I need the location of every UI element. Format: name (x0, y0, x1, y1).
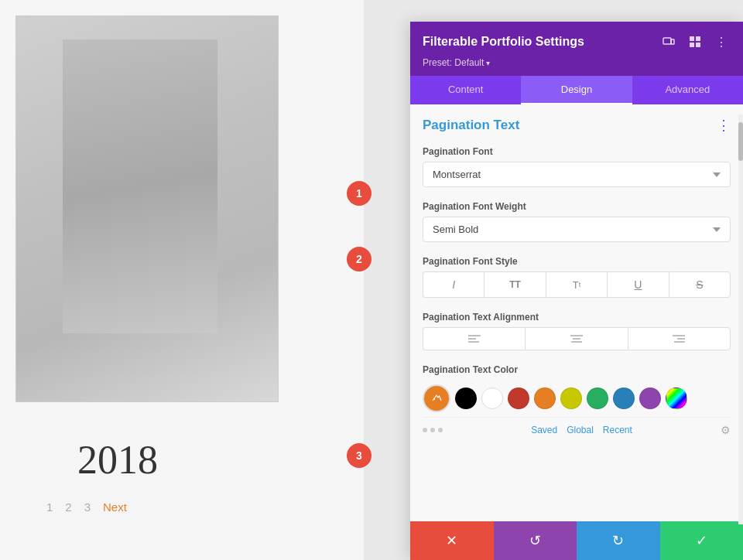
tab-design[interactable]: Design (521, 76, 632, 104)
svg-rect-5 (696, 43, 700, 47)
grid-icon[interactable] (686, 32, 704, 51)
color-tabs-row: Saved Global Recent ⚙ (423, 417, 731, 439)
redo-button[interactable]: ↻ (577, 521, 660, 560)
reset-button[interactable]: ↺ (494, 521, 577, 560)
color-dot-1 (423, 428, 427, 432)
color-dot-2 (430, 428, 435, 432)
svg-rect-2 (690, 36, 694, 41)
save-button[interactable]: ✓ (660, 521, 744, 560)
responsive-icon[interactable] (659, 32, 678, 51)
pagination-font-style-label: Pagination Font Style (423, 256, 731, 267)
pagination: 1 2 3 Next (46, 500, 127, 514)
alignment-buttons (423, 327, 731, 350)
panel-header-top: Filterable Portfolio Settings (423, 32, 731, 51)
pagination-font-row: Pagination Font MontserratRobotoOpen San… (423, 146, 731, 187)
pagination-font-weight-row: Pagination Font Weight ThinLightRegularS… (423, 201, 731, 242)
color-tab-saved[interactable]: Saved (531, 425, 557, 435)
svg-rect-0 (663, 38, 671, 44)
color-settings-icon[interactable]: ⚙ (721, 424, 731, 436)
canvas-image (15, 15, 279, 402)
align-btn-left[interactable] (423, 327, 525, 350)
section-menu-icon[interactable]: ⋮ (717, 117, 731, 134)
pagination-page-1[interactable]: 1 (46, 500, 53, 514)
year-label: 2018 (77, 437, 158, 483)
pagination-font-select[interactable]: MontserratRobotoOpen SansLatoOswald (423, 162, 731, 187)
pagination-text-alignment-row: Pagination Text Alignment (423, 312, 731, 350)
pagination-font-weight-label: Pagination Font Weight (423, 201, 731, 212)
section-title: Pagination Text (423, 118, 519, 133)
more-options-icon[interactable]: ⋮ (712, 32, 731, 51)
pagination-text-color-label: Pagination Text Color (423, 364, 731, 375)
color-tab-recent[interactable]: Recent (603, 425, 632, 435)
panel-header-icons: ⋮ (659, 32, 731, 51)
step-badge-3: 3 (347, 443, 372, 468)
color-swatch-green[interactable] (587, 388, 608, 409)
pagination-text-color-row: Pagination Text Color (423, 364, 731, 439)
color-tab-global[interactable]: Global (567, 425, 594, 435)
panel-actions: ✕ ↺ ↻ ✓ (410, 521, 743, 560)
color-swatch-red[interactable] (508, 388, 529, 409)
style-btn-capitalize[interactable]: Tt (546, 271, 607, 298)
color-swatch-purple[interactable] (639, 388, 661, 409)
tab-advanced[interactable]: Advanced (632, 76, 743, 104)
style-btn-uppercase[interactable]: TT (484, 271, 545, 298)
tab-content[interactable]: Content (410, 76, 521, 104)
align-btn-right[interactable] (628, 327, 731, 350)
svg-rect-1 (671, 39, 674, 44)
settings-panel: Filterable Portfolio Settings (410, 22, 743, 560)
cancel-button[interactable]: ✕ (410, 521, 494, 560)
color-swatch-orange[interactable] (534, 388, 556, 409)
color-picker-button[interactable] (423, 384, 450, 412)
svg-rect-4 (690, 43, 694, 47)
style-btn-strikethrough[interactable]: S (669, 271, 731, 298)
color-swatch-yellow[interactable] (560, 388, 582, 409)
svg-point-15 (433, 398, 435, 400)
pagination-text-alignment-label: Pagination Text Alignment (423, 312, 731, 323)
panel-body: Pagination Text ⋮ Pagination Font Montse… (410, 104, 743, 521)
font-style-buttons: I TT Tt U S (423, 271, 731, 298)
pagination-font-label: Pagination Font (423, 146, 731, 157)
panel-tabs: Content Design Advanced (410, 76, 743, 104)
section-heading: Pagination Text ⋮ (423, 117, 731, 134)
color-dot-3 (438, 428, 443, 432)
pagination-next[interactable]: Next (103, 500, 127, 514)
pagination-page-3[interactable]: 3 (84, 500, 91, 514)
style-btn-italic[interactable]: I (423, 271, 484, 298)
step-badge-1: 1 (347, 181, 372, 206)
panel-header: Filterable Portfolio Settings (410, 22, 743, 76)
panel-title: Filterable Portfolio Settings (423, 35, 584, 49)
pagination-font-weight-select[interactable]: ThinLightRegularSemi BoldBoldExtra Bold (423, 217, 731, 242)
preset-label[interactable]: Preset: Default (423, 57, 731, 68)
canvas-area: 2018 1 2 3 Next (0, 0, 364, 560)
style-btn-underline[interactable]: U (607, 271, 668, 298)
color-swatch-gradient[interactable] (666, 388, 687, 409)
svg-rect-3 (696, 36, 700, 41)
pagination-font-style-row: Pagination Font Style I TT Tt U S (423, 256, 731, 298)
color-swatch-white[interactable] (481, 388, 503, 409)
step-badge-2: 2 (347, 247, 372, 271)
color-tab-links: Saved Global Recent (531, 425, 632, 435)
align-btn-center[interactable] (525, 327, 627, 350)
pagination-page-2[interactable]: 2 (65, 500, 71, 514)
color-dots (423, 428, 443, 432)
color-swatch-blue[interactable] (613, 388, 635, 409)
color-swatch-black[interactable] (455, 388, 477, 409)
color-swatches-row (423, 380, 731, 417)
